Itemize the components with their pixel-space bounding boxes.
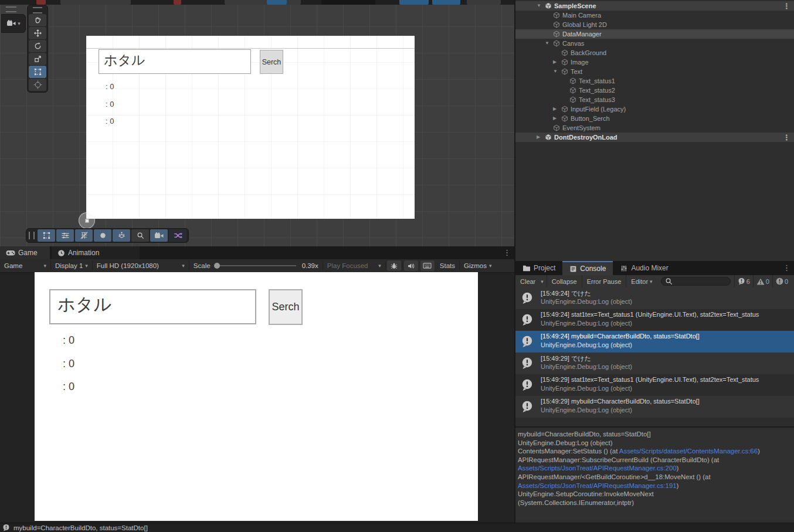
foldout-open-icon[interactable]: ▼ xyxy=(553,69,558,74)
console-log-entry[interactable]: [15:49:29] stat1tex=Text_status1 (UnityE… xyxy=(515,374,794,396)
game-search-button[interactable]: Serch xyxy=(269,289,303,325)
play-focused-dropdown[interactable]: Play Focused▾ xyxy=(323,259,385,272)
error-log-badge[interactable]: 0 xyxy=(773,277,791,285)
hierarchy-row-canvas[interactable]: ▼Canvas xyxy=(515,39,794,48)
hierarchy-row-text-status3[interactable]: Text_status3 xyxy=(515,95,794,104)
keyboard-shortcuts-button[interactable] xyxy=(420,260,435,271)
hierarchy-row-samplescene[interactable]: ▼SampleScene⋮ xyxy=(515,1,794,11)
console-log-entry[interactable]: [15:49:29] mybuild=CharacterBuildDto, st… xyxy=(515,396,794,418)
hierarchy-row-datamanager[interactable]: DataManager xyxy=(515,29,794,39)
scene-view[interactable]: ホタル Serch : 0 : 0 : 0 ▾ xyxy=(0,0,514,246)
hierarchy-row-text-status2[interactable]: Text_status2 xyxy=(515,86,794,95)
scene-camera-overlay[interactable]: ▾ xyxy=(1,14,26,33)
console-search-input[interactable] xyxy=(661,277,731,286)
log-message: [15:49:29] でけた xyxy=(541,354,794,363)
unity-scene-icon xyxy=(545,134,552,141)
foldout-closed-icon[interactable]: ▶ xyxy=(537,134,540,140)
hierarchy-panel: ▼SampleScene⋮Main CameraGlobal Light 2DD… xyxy=(515,0,794,261)
hierarchy-item-label: SampleScene xyxy=(554,2,596,9)
hierarchy-row-dontdestroyonload[interactable]: ▶DontDestroyOnLoad⋮ xyxy=(515,133,794,142)
console-log-entry[interactable]: [15:49:29] でけたUnityEngine.Debug:Log (obj… xyxy=(515,353,794,374)
gameobject-cube-icon xyxy=(561,49,568,56)
debug-button[interactable] xyxy=(387,260,401,271)
stack-trace-link[interactable]: Assets/Scripts/dataset/ContentsManager.c… xyxy=(619,448,758,455)
hierarchy-row-button-serch[interactable]: ▶Button_Serch xyxy=(515,114,794,123)
stack-trace-line: Assets/Scripts/JsonTreat/APIRequestManag… xyxy=(518,482,794,490)
stats-button[interactable]: Stats xyxy=(436,259,459,272)
hand-tool-button[interactable] xyxy=(29,14,46,26)
overlay-drag-handle[interactable] xyxy=(33,7,42,13)
foldout-open-icon[interactable]: ▼ xyxy=(537,3,541,8)
rect-mode-button[interactable] xyxy=(38,229,55,242)
hierarchy-item-label: EventSystem xyxy=(562,124,600,131)
status-bar[interactable]: mybuild=CharacterBuildDto, status=StatDt… xyxy=(0,523,794,532)
error-circle-icon xyxy=(776,277,783,285)
tab-game[interactable]: Game xyxy=(0,246,50,259)
overlay-drag-handle[interactable] xyxy=(29,232,35,239)
tab-project[interactable]: Project xyxy=(515,261,562,275)
clear-dropdown[interactable]: ▾ xyxy=(538,275,547,287)
scene-search-button[interactable]: Serch xyxy=(260,50,283,74)
hierarchy-row-text-status1[interactable]: Text_status1 xyxy=(515,76,794,86)
hierarchy-row-global-light-2d[interactable]: Global Light 2D xyxy=(515,20,794,29)
panel-menu-icon[interactable]: ⋮ xyxy=(783,264,790,272)
scene-status-label-1: : 0 xyxy=(106,82,176,92)
random-brush-button[interactable] xyxy=(169,229,186,242)
clear-button[interactable]: Clear xyxy=(515,275,538,287)
game-input-field[interactable]: ホタル xyxy=(49,289,256,324)
scene-visibility-button[interactable] xyxy=(113,229,130,242)
foldout-closed-icon[interactable]: ▶ xyxy=(553,59,557,65)
draw-mode-button[interactable] xyxy=(56,229,74,242)
grid-visibility-button[interactable] xyxy=(75,229,93,242)
gizmo-2d-button[interactable] xyxy=(94,229,111,242)
row-menu-icon[interactable]: ⋮ xyxy=(783,134,790,141)
row-menu-icon[interactable]: ⋮ xyxy=(783,2,790,10)
scene-view-options-overlay xyxy=(26,228,189,243)
tab-audio-mixer[interactable]: Audio Mixer xyxy=(613,261,675,275)
foldout-open-icon[interactable]: ▼ xyxy=(545,40,549,46)
rect-tool-button[interactable] xyxy=(29,66,46,78)
scale-slider[interactable] xyxy=(215,265,296,266)
scale-tool-button[interactable] xyxy=(29,53,46,65)
hierarchy-row-text[interactable]: ▼Text xyxy=(515,67,794,76)
editor-dropdown[interactable]: Editor ▾ xyxy=(626,275,657,287)
gizmos-dropdown[interactable]: Gizmos▾ xyxy=(460,259,496,272)
console-log-entry[interactable]: [15:49:24] stat1tex=Text_status1 (UnityE… xyxy=(515,309,794,331)
foldout-closed-icon[interactable]: ▶ xyxy=(553,106,557,111)
tab-console[interactable]: Console xyxy=(562,261,613,275)
console-log-entry[interactable]: [15:49:24] mybuild=CharacterBuildDto, st… xyxy=(515,331,794,353)
resolution-dropdown[interactable]: Full HD (1920x1080)▾ xyxy=(93,259,189,272)
stack-trace-link[interactable]: Assets/Scripts/JsonTreat/APIRequestManag… xyxy=(518,465,677,472)
rect-tool-icon xyxy=(33,67,42,76)
rotate-tool-button[interactable] xyxy=(29,40,46,52)
divider xyxy=(402,261,403,270)
warning-log-badge[interactable]: 0 xyxy=(754,278,772,285)
hierarchy-row-eventsystem[interactable]: EventSystem xyxy=(515,123,794,133)
transform-tool-button[interactable] xyxy=(29,79,46,91)
hierarchy-row-main-camera[interactable]: Main Camera xyxy=(515,11,794,20)
transform-gizmo[interactable] xyxy=(79,212,95,229)
tab-animation[interactable]: Animation xyxy=(52,246,140,259)
scene-input-field[interactable]: ホタル xyxy=(99,49,251,74)
mute-audio-button[interactable] xyxy=(404,260,418,271)
scene-canvas: ホタル Serch : 0 : 0 : 0 xyxy=(86,36,415,219)
game-view-dropdown[interactable]: Game▾ xyxy=(0,259,50,272)
move-tool-button[interactable] xyxy=(29,27,46,39)
game-input-text: ホタル xyxy=(57,293,111,317)
search-button[interactable] xyxy=(131,229,149,242)
info-log-badge[interactable]: 6 xyxy=(735,277,753,285)
error-pause-button[interactable]: Error Pause xyxy=(582,275,626,287)
camera-settings-button[interactable] xyxy=(150,229,168,242)
stack-trace-link[interactable]: Assets/Scripts/JsonTreat/APIRequestManag… xyxy=(518,482,677,489)
hierarchy-row-background[interactable]: BackGround xyxy=(515,48,794,57)
hierarchy-row-inputfield-legacy-[interactable]: ▶InputField (Legacy) xyxy=(515,104,794,114)
foldout-closed-icon[interactable]: ▶ xyxy=(553,116,557,121)
panel-menu-icon[interactable]: ⋮ xyxy=(503,249,511,256)
console-log-entry[interactable]: [15:49:24] でけたUnityEngine.Debug:Log (obj… xyxy=(515,287,794,309)
scale-slider-knob[interactable] xyxy=(214,263,220,269)
display-dropdown[interactable]: Display 1▾ xyxy=(51,259,92,272)
collapse-button[interactable]: Collapse xyxy=(547,275,582,287)
hierarchy-row-image[interactable]: ▶Image xyxy=(515,57,794,67)
overlay-drag-handle[interactable] xyxy=(6,6,16,12)
gamepad-icon xyxy=(6,250,15,256)
